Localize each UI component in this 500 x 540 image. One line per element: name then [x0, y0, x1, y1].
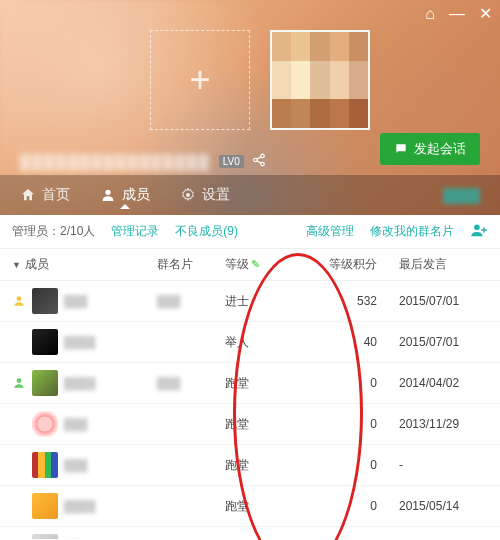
- member-last: -: [395, 445, 500, 486]
- member-last: 2015/07/01: [395, 322, 500, 363]
- nav-settings-label: 设置: [202, 186, 230, 204]
- sort-icon: ▼: [12, 260, 21, 270]
- group-avatar[interactable]: [270, 30, 370, 130]
- col-level[interactable]: 等级✎: [221, 249, 287, 281]
- gear-icon: [180, 187, 196, 203]
- group-name: ████████████████: [20, 154, 211, 170]
- nav-bar: 首页 成员 设置 ████: [0, 175, 500, 215]
- link-bad-members[interactable]: 不良成员(9): [175, 223, 238, 240]
- member-name: ████: [64, 377, 95, 389]
- svg-point-3: [105, 190, 110, 195]
- pin-icon[interactable]: ⌂: [425, 6, 435, 22]
- members-table-wrap[interactable]: ▼成员 群名片 等级✎ 等级积分 最后发言 ██████进士5322015/07…: [0, 249, 500, 539]
- role-badge-icon: [12, 458, 26, 472]
- home-icon: [20, 187, 36, 203]
- member-points: 0: [287, 527, 395, 540]
- col-card[interactable]: 群名片: [153, 249, 221, 281]
- svg-point-6: [17, 296, 22, 301]
- role-badge-icon: [12, 417, 26, 431]
- member-last: 2013/11/29: [395, 404, 500, 445]
- member-name: ███: [64, 459, 87, 471]
- svg-point-1: [254, 158, 258, 162]
- action-bar: 管理员：2/10人 管理记录 不良成员(9) 高级管理 修改我的群名片: [0, 215, 500, 249]
- member-points: 0: [287, 363, 395, 404]
- link-adv-mgmt[interactable]: 高级管理: [306, 223, 354, 240]
- avatar: [32, 288, 58, 314]
- table-row[interactable]: ████跑堂02015/05/14: [0, 486, 500, 527]
- svg-point-4: [186, 193, 190, 197]
- member-last: 2015/07/01: [395, 281, 500, 322]
- add-member-icon[interactable]: [470, 221, 488, 242]
- link-mgmt-log[interactable]: 管理记录: [111, 223, 159, 240]
- member-name: ███: [64, 418, 87, 430]
- col-points[interactable]: 等级积分: [287, 249, 395, 281]
- nav-settings[interactable]: 设置: [180, 186, 230, 204]
- avatar-pixellated: [272, 32, 368, 128]
- svg-point-0: [261, 154, 265, 158]
- nav-home-label: 首页: [42, 186, 70, 204]
- avatar: [32, 452, 58, 478]
- upload-image-box[interactable]: +: [150, 30, 250, 130]
- members-icon: [100, 187, 116, 203]
- role-badge-icon: [12, 499, 26, 513]
- chat-icon: [394, 142, 408, 156]
- member-last: 2014/04/02: [395, 363, 500, 404]
- col-member[interactable]: ▼成员: [0, 249, 153, 281]
- member-name: ███: [64, 295, 87, 307]
- member-points: 0: [287, 486, 395, 527]
- member-card: ███: [157, 377, 180, 389]
- nav-members-label: 成员: [122, 186, 150, 204]
- svg-point-5: [474, 224, 480, 230]
- avatar: [32, 493, 58, 519]
- members-table: ▼成员 群名片 等级✎ 等级积分 最后发言 ██████进士5322015/07…: [0, 249, 500, 539]
- start-chat-button[interactable]: 发起会话: [380, 133, 480, 165]
- member-level: 跑堂: [221, 404, 287, 445]
- share-icon[interactable]: [252, 153, 266, 170]
- member-last: -: [395, 527, 500, 540]
- avatar: [32, 411, 58, 437]
- member-last: 2015/05/14: [395, 486, 500, 527]
- group-header: ⌂ — ✕ + ████████████████ LV0 发起会话 首页 成员: [0, 0, 500, 215]
- avatar: [32, 329, 58, 355]
- member-level: 跑堂: [221, 486, 287, 527]
- member-points: 532: [287, 281, 395, 322]
- table-row[interactable]: ████举人402015/07/01: [0, 322, 500, 363]
- link-edit-mycard[interactable]: 修改我的群名片: [370, 223, 454, 240]
- window-controls: ⌂ — ✕: [425, 6, 492, 22]
- avatar: [32, 370, 58, 396]
- table-row[interactable]: ███跑堂0-: [0, 445, 500, 486]
- avatar: [32, 534, 58, 539]
- member-level: 举人: [221, 322, 287, 363]
- nav-home[interactable]: 首页: [20, 186, 70, 204]
- header-images-row: +: [150, 30, 370, 130]
- col-last[interactable]: 最后发言: [395, 249, 500, 281]
- minimize-icon[interactable]: —: [449, 6, 465, 22]
- close-icon[interactable]: ✕: [479, 6, 492, 22]
- role-badge-icon: [12, 335, 26, 349]
- table-row[interactable]: ███████跑堂02014/04/02: [0, 363, 500, 404]
- nav-members[interactable]: 成员: [100, 186, 150, 204]
- edit-level-icon[interactable]: ✎: [251, 258, 260, 270]
- role-badge-icon: [12, 376, 26, 390]
- member-level: 跑堂: [221, 445, 287, 486]
- table-row[interactable]: ██跑堂0-: [0, 527, 500, 540]
- admin-count: 管理员：2/10人: [12, 223, 95, 240]
- plus-icon: +: [189, 59, 210, 101]
- svg-point-7: [17, 378, 22, 383]
- table-row[interactable]: ███跑堂02013/11/29: [0, 404, 500, 445]
- member-level: 跑堂: [221, 527, 287, 540]
- group-title-row: ████████████████ LV0: [20, 153, 266, 170]
- svg-point-2: [261, 162, 265, 166]
- member-card: ███: [157, 295, 180, 307]
- table-row[interactable]: ██████进士5322015/07/01: [0, 281, 500, 322]
- member-level: 进士: [221, 281, 287, 322]
- level-badge: LV0: [219, 155, 244, 168]
- member-name: ████: [64, 500, 95, 512]
- member-level: 跑堂: [221, 363, 287, 404]
- member-points: 0: [287, 445, 395, 486]
- role-badge-icon: [12, 294, 26, 308]
- member-points: 0: [287, 404, 395, 445]
- member-points: 40: [287, 322, 395, 363]
- nav-right-link[interactable]: ████: [443, 188, 480, 203]
- member-name: ████: [64, 336, 95, 348]
